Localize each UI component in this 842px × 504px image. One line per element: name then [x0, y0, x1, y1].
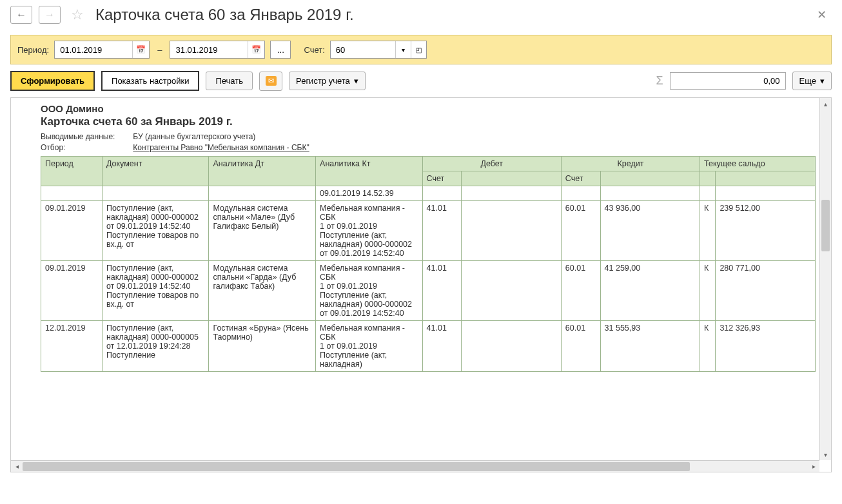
close-icon[interactable]: ✕ — [812, 5, 832, 24]
cell-analytics-dt: Модульная система спальни «Гарда» (Дуб г… — [209, 261, 316, 321]
cell-credit-acct: 60.01 — [561, 201, 600, 261]
chevron-down-icon: ▾ — [820, 76, 825, 86]
col-debit-acct: Счет — [422, 171, 462, 186]
more-label: Еще — [799, 76, 816, 86]
date-from-wrap: 📅 — [54, 41, 150, 59]
cell-analytics-kt: Мебельная компания - СБК 1 от 09.01.2019… — [316, 201, 423, 261]
vscroll-thumb[interactable] — [821, 200, 830, 251]
period-label: Период: — [17, 45, 49, 55]
account-wrap: ▾ ◰ — [330, 41, 427, 59]
calendar-to-icon[interactable]: 📅 — [248, 41, 264, 58]
register-button[interactable]: Регистр учета▾ — [289, 72, 366, 90]
output-data-row: Выводимые данные: БУ (данные бухгалтерск… — [41, 132, 816, 141]
account-label: Счет: — [304, 45, 324, 55]
table-row[interactable]: 09.01.2019Поступление (акт, накладная) 0… — [41, 201, 816, 261]
cell-debit-acct: 41.01 — [422, 201, 462, 261]
col-debit-amt — [462, 171, 562, 186]
cell-debit-acct: 41.01 — [422, 261, 462, 321]
col-analytics-dt: Аналитика Дт — [209, 157, 316, 186]
col-analytics-kt: Аналитика Кт — [316, 157, 423, 186]
col-debit: Дебет — [422, 157, 561, 171]
table-row[interactable]: 12.01.2019Поступление (акт, накладная) 0… — [41, 321, 816, 372]
account-open-icon[interactable]: ◰ — [411, 41, 426, 58]
cell-dc: К — [700, 201, 716, 261]
cell-period: 09.01.2019 — [41, 201, 103, 261]
cell-credit-acct: 60.01 — [561, 261, 600, 321]
cell-credit-amt: 43 936,00 — [600, 201, 700, 261]
cell-credit-acct: 60.01 — [561, 321, 600, 372]
show-settings-button[interactable]: Показать настройки — [101, 71, 199, 91]
cell-dc: К — [700, 321, 716, 372]
col-document: Документ — [102, 157, 209, 186]
account-dropdown-icon[interactable]: ▾ — [395, 41, 411, 58]
mail-icon: ✉ — [266, 76, 277, 86]
period-picker-button[interactable]: ... — [270, 41, 291, 59]
period-bar: Период: 📅 – 📅 ... Счет: ▾ ◰ — [10, 35, 832, 64]
cell-partial-akt: 09.01.2019 14.52.39 — [316, 186, 423, 201]
date-to-input[interactable] — [170, 42, 248, 58]
cell-balance: 239 512,00 — [716, 201, 816, 261]
col-credit-amt — [600, 171, 700, 186]
account-input[interactable] — [331, 42, 395, 58]
cell-period: 12.01.2019 — [41, 321, 103, 372]
cell-balance: 280 771,00 — [716, 261, 816, 321]
org-name: ООО Домино — [41, 103, 816, 114]
scroll-right-icon[interactable]: ▸ — [808, 461, 819, 472]
cell-credit-amt: 31 555,93 — [600, 321, 700, 372]
scroll-down-icon[interactable]: ▾ — [820, 449, 831, 460]
col-credit-acct: Счет — [561, 171, 600, 186]
cell-analytics-kt: Мебельная компания - СБК 1 от 09.01.2019… — [316, 321, 423, 372]
date-to-wrap: 📅 — [170, 41, 265, 59]
cell-analytics-dt: Гостиная «Бруна» (Ясень Таормино) — [209, 321, 316, 372]
col-period: Период — [41, 157, 103, 186]
hscroll-thumb[interactable] — [23, 462, 690, 471]
filter-row: Отбор: Контрагенты Равно "Мебельная комп… — [41, 143, 816, 152]
report-table: Период Документ Аналитика Дт Аналитика К… — [41, 156, 816, 372]
calendar-from-icon[interactable]: 📅 — [132, 41, 149, 58]
table-row-partial: 09.01.2019 14.52.39 — [41, 186, 816, 201]
horizontal-scrollbar[interactable]: ◂ ▸ — [11, 460, 819, 472]
cell-document: Поступление (акт, накладная) 0000-000005… — [102, 321, 209, 372]
toolbar: Сформировать Показать настройки Печать ✉… — [0, 64, 842, 97]
cell-analytics-kt: Мебельная компания - СБК 1 от 09.01.2019… — [316, 261, 423, 321]
cell-period: 09.01.2019 — [41, 261, 103, 321]
nav-back-button[interactable]: ← — [10, 6, 32, 24]
header-row-1: Период Документ Аналитика Дт Аналитика К… — [41, 157, 816, 171]
filter-label: Отбор: — [41, 143, 131, 152]
cell-debit-amt — [462, 321, 562, 372]
col-bal-amt — [716, 171, 816, 186]
email-button[interactable]: ✉ — [259, 72, 282, 91]
chevron-down-icon: ▾ — [354, 76, 358, 86]
favorite-star-icon[interactable]: ☆ — [71, 6, 84, 23]
register-label: Регистр учета — [296, 76, 350, 86]
cell-document: Поступление (акт, накладная) 0000-000002… — [102, 201, 209, 261]
cell-credit-amt: 41 259,00 — [600, 261, 700, 321]
more-button[interactable]: Еще▾ — [792, 72, 832, 90]
col-dc — [700, 171, 716, 186]
scroll-left-icon[interactable]: ◂ — [11, 461, 23, 472]
report-scroll[interactable]: ООО Домино Карточка счета 60 за Январь 2… — [11, 98, 831, 472]
date-from-input[interactable] — [55, 42, 132, 58]
cell-balance: 312 326,93 — [716, 321, 816, 372]
page-title: Карточка счета 60 за Январь 2019 г. — [95, 6, 354, 24]
sum-input[interactable] — [670, 72, 786, 90]
print-button[interactable]: Печать — [206, 72, 253, 90]
report-area: ООО Домино Карточка счета 60 за Январь 2… — [10, 97, 832, 472]
cell-dc: К — [700, 261, 716, 321]
nav-forward-button[interactable]: → — [39, 6, 61, 24]
cell-debit-acct: 41.01 — [422, 321, 462, 372]
report-title: Карточка счета 60 за Январь 2019 г. — [41, 115, 816, 128]
filter-value[interactable]: Контрагенты Равно "Мебельная компания - … — [133, 143, 309, 152]
sigma-icon: Σ — [656, 74, 663, 88]
scroll-up-icon[interactable]: ▴ — [820, 98, 831, 110]
cell-debit-amt — [462, 261, 562, 321]
table-row[interactable]: 09.01.2019Поступление (акт, накладная) 0… — [41, 261, 816, 321]
col-credit: Кредит — [561, 157, 700, 171]
period-dash: – — [157, 45, 162, 55]
generate-button[interactable]: Сформировать — [10, 71, 95, 91]
vertical-scrollbar[interactable]: ▴ ▾ — [819, 98, 831, 460]
col-balance: Текущее сальдо — [700, 157, 816, 171]
cell-debit-amt — [462, 201, 562, 261]
output-data-value: БУ (данные бухгалтерского учета) — [133, 132, 255, 141]
output-data-label: Выводимые данные: — [41, 132, 131, 141]
